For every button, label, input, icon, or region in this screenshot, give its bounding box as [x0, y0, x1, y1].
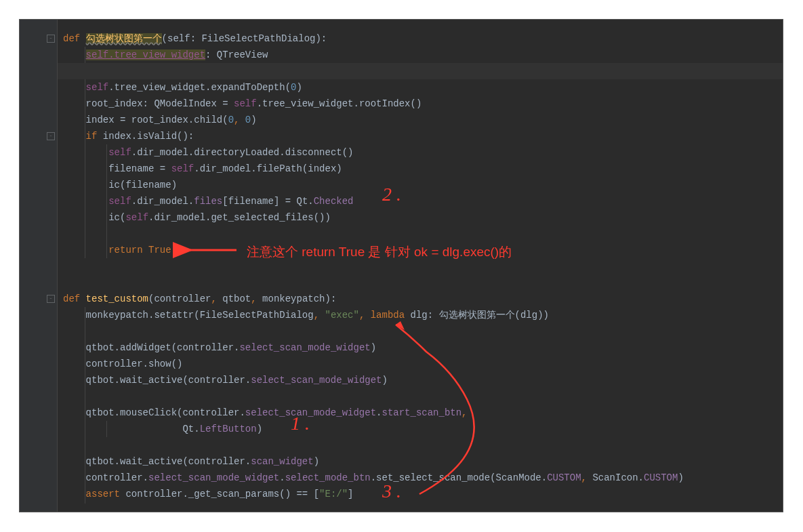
code-token: self	[86, 82, 109, 93]
code-token: def	[63, 33, 86, 44]
code-token: ,	[359, 310, 371, 321]
code-token: .tree_view_widget.rootIndex()	[257, 98, 422, 109]
code-line[interactable]	[58, 226, 783, 242]
code-line[interactable]: ic(self.dir_model.get_selected_files())	[58, 209, 783, 226]
code-token: ,	[234, 115, 245, 125]
code-token: "exec"	[325, 310, 358, 321]
code-line[interactable]: return True	[58, 242, 783, 258]
code-line[interactable]: controller.select_scan_mode_widget.selec…	[58, 470, 783, 486]
code-token: self	[167, 33, 190, 44]
code-token: 勾选树状图第一个	[86, 33, 162, 44]
code-token: qtbot.mouseClick(controller.	[63, 407, 245, 418]
code-token: (	[162, 33, 167, 44]
code-line[interactable]: qtbot.wait_active(controller.select_scan…	[58, 372, 783, 388]
code-token: )	[314, 456, 319, 467]
code-line[interactable]: qtbot.addWidget(controller.select_scan_m…	[58, 340, 783, 356]
code-token: monkeypatch.setattr(FileSelectPathDialog	[63, 310, 314, 321]
code-line[interactable]	[58, 258, 783, 274]
code-token	[63, 131, 86, 142]
code-token: monkeypatch):	[262, 293, 336, 304]
code-token: CUSTOM	[547, 472, 581, 483]
code-token: .tree_view_widget.expandToDepth(	[108, 82, 291, 93]
code-line[interactable]: self.tree_view_widget.expandToDepth(0)	[58, 79, 783, 96]
code-token: controller._get_scan_params() == [	[125, 489, 319, 499]
code-token: (controller	[148, 293, 211, 304]
code-token: LeftButton	[200, 424, 257, 434]
code-token: self	[171, 163, 194, 174]
code-area[interactable]: def 勾选树状图第一个(self: FileSelectPathDialog)…	[58, 20, 783, 512]
code-line[interactable]: assert controller._get_scan_params() == …	[58, 486, 783, 502]
code-token: self	[234, 98, 257, 109]
code-token	[63, 49, 86, 60]
code-line[interactable]	[58, 63, 783, 79]
code-token: select_scan_mode_widget	[245, 407, 376, 418]
code-token	[63, 82, 86, 93]
fold-icon[interactable]: -	[47, 295, 55, 303]
code-token: self	[108, 196, 131, 207]
code-line[interactable]: self.dir_model.directoryLoaded.disconnec…	[58, 144, 783, 161]
code-token: qtbot.wait_active(controller.	[63, 375, 251, 386]
code-token: controller.show()	[63, 359, 182, 369]
code-line[interactable]: ic(filename)	[58, 177, 783, 193]
code-token: : QTreeView	[205, 49, 268, 60]
code-line[interactable]: monkeypatch.setattr(FileSelectPathDialog…	[58, 307, 783, 323]
code-line[interactable]	[58, 274, 783, 291]
code-token: files	[194, 196, 222, 207]
code-line[interactable]	[58, 388, 783, 405]
code-token: Qt.	[63, 424, 200, 434]
code-token: ScanIcon.	[592, 472, 644, 483]
code-token: )	[382, 375, 387, 386]
code-line[interactable]: qtbot.mouseClick(controller.select_scan_…	[58, 405, 783, 421]
code-line[interactable]: root_index: QModelIndex = self.tree_view…	[58, 96, 783, 112]
code-token: qtbot.addWidget(controller.	[63, 342, 239, 353]
code-token: if	[86, 131, 103, 142]
fold-icon[interactable]	[47, 246, 55, 254]
code-token: .dir_model.filePath(index)	[194, 163, 342, 174]
code-token	[63, 66, 86, 77]
code-token: select_mode_btn	[285, 472, 371, 483]
code-token: ic(	[63, 212, 125, 223]
code-token: )	[678, 472, 683, 483]
code-token: 0	[245, 115, 251, 125]
code-token: ,	[461, 407, 467, 418]
code-token: select_scan_mode_widget	[251, 375, 382, 386]
code-token: lambda	[371, 310, 411, 321]
code-token: CUSTOM	[644, 472, 678, 483]
code-line[interactable]: def test_custom(controller, qtbot, monke…	[58, 291, 783, 307]
code-line[interactable]	[58, 437, 783, 453]
code-token: start_scan_btn	[382, 407, 461, 418]
code-token: ):	[315, 33, 327, 44]
code-token: self	[108, 147, 131, 158]
code-token	[63, 489, 86, 499]
code-token: select_scan_mode_widget	[148, 472, 279, 483]
code-line[interactable]: def 勾选树状图第一个(self: FileSelectPathDialog)…	[58, 30, 783, 47]
code-line[interactable]: if index.isValid():	[58, 128, 783, 144]
fold-icon[interactable]: -	[47, 132, 55, 140]
code-line[interactable]: index = root_index.child(0, 0)	[58, 112, 783, 128]
code-token: self.tree_view_widget	[86, 49, 205, 60]
code-token: return True	[108, 245, 171, 255]
code-token: .dir_model.get_selected_files())	[148, 212, 331, 223]
code-line[interactable]: qtbot.wait_active(controller.scan_widget…	[58, 453, 783, 470]
code-editor[interactable]: --- def 勾选树状图第一个(self: FileSelectPathDia…	[19, 19, 783, 512]
fold-icon[interactable]: -	[47, 35, 55, 43]
code-line[interactable]: Qt.LeftButton)	[58, 421, 783, 437]
code-line[interactable]: self.dir_model.files[filename] = Qt.Chec…	[58, 193, 783, 209]
code-token	[63, 245, 108, 255]
code-token	[63, 196, 108, 207]
code-token: select_scan_mode_widget	[239, 342, 370, 353]
code-line[interactable]: filename = self.dir_model.filePath(index…	[58, 161, 783, 177]
code-token: assert	[86, 489, 126, 499]
code-token: qtbot	[222, 293, 251, 304]
code-token: ,	[314, 310, 325, 321]
code-line[interactable]: self.tree_view_widget: QTreeView	[58, 47, 783, 63]
code-token: "E:/"	[319, 489, 348, 499]
code-token: ic(filename)	[63, 180, 177, 190]
code-token: ,	[211, 293, 222, 304]
code-line[interactable]: controller.show()	[58, 356, 783, 372]
code-token: 0	[228, 115, 234, 125]
code-token: )	[371, 342, 376, 353]
code-line[interactable]	[58, 323, 783, 340]
code-token: root_index: QModelIndex =	[63, 98, 234, 109]
code-token: )	[296, 82, 302, 93]
